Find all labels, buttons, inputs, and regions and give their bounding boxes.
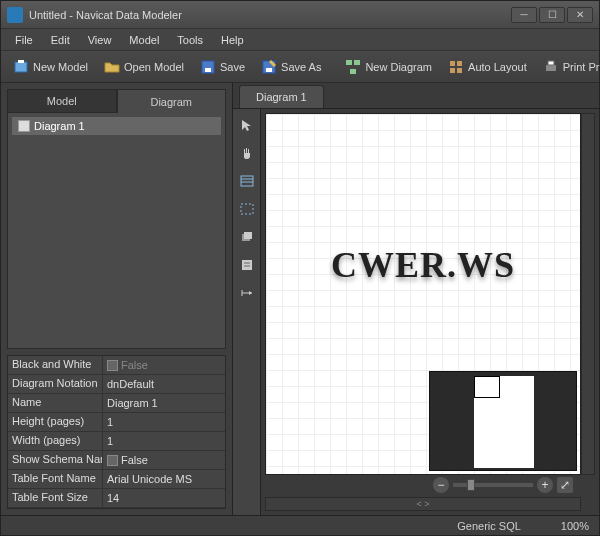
document-area: CWER.WS − + ⤢ < > — [233, 109, 599, 515]
prop-row[interactable]: Table Font Size 14 — [8, 489, 225, 508]
property-grid: Black and White False Diagram Notation d… — [7, 355, 226, 509]
print-preview-button[interactable]: Print Preview — [537, 56, 600, 78]
relation-tool[interactable] — [237, 283, 257, 303]
prop-row[interactable]: Height (pages) 1 — [8, 413, 225, 432]
tree-item-diagram1[interactable]: Diagram 1 — [12, 117, 221, 135]
open-model-button[interactable]: Open Model — [98, 56, 190, 78]
watermark-text: CWER.WS — [331, 244, 515, 286]
open-model-label: Open Model — [124, 61, 184, 73]
titlebar: Untitled - Navicat Data Modeler ─ ☐ ✕ — [1, 1, 599, 29]
save-icon — [200, 59, 216, 75]
prop-row[interactable]: Diagram Notation dnDefault — [8, 375, 225, 394]
tab-diagram[interactable]: Diagram — [117, 89, 227, 113]
doc-tab-diagram1[interactable]: Diagram 1 — [239, 85, 324, 108]
zoom-slider[interactable] — [453, 483, 533, 487]
svg-rect-7 — [354, 60, 360, 65]
prop-value[interactable]: 14 — [103, 489, 225, 507]
prop-row[interactable]: Width (pages) 1 — [8, 432, 225, 451]
prop-row[interactable]: Show Schema Name False — [8, 451, 225, 470]
svg-rect-11 — [450, 68, 455, 73]
close-button[interactable]: ✕ — [567, 7, 593, 23]
prop-key: Black and White — [8, 356, 103, 374]
prop-value[interactable]: Arial Unicode MS — [103, 470, 225, 488]
layout-icon — [448, 59, 464, 75]
prop-key: Show Schema Name — [8, 451, 103, 469]
save-as-label: Save As — [281, 61, 321, 73]
new-model-button[interactable]: New Model — [7, 56, 94, 78]
prop-key: Table Font Size — [8, 489, 103, 507]
table-tool[interactable] — [237, 171, 257, 191]
prop-key: Name — [8, 394, 103, 412]
menu-view[interactable]: View — [80, 31, 120, 49]
folder-icon — [104, 59, 120, 75]
menu-file[interactable]: File — [7, 31, 41, 49]
pointer-tool[interactable] — [237, 115, 257, 135]
menu-edit[interactable]: Edit — [43, 31, 78, 49]
window-title: Untitled - Navicat Data Modeler — [29, 9, 511, 21]
prop-value[interactable]: 1 — [103, 413, 225, 431]
svg-rect-14 — [548, 61, 554, 65]
prop-key: Diagram Notation — [8, 375, 103, 393]
maximize-button[interactable]: ☐ — [539, 7, 565, 23]
left-tabs: Model Diagram — [7, 89, 226, 113]
prop-value[interactable]: Diagram 1 — [103, 394, 225, 412]
prop-value[interactable]: 1 — [103, 432, 225, 450]
save-button[interactable]: Save — [194, 56, 251, 78]
zoom-in-button[interactable]: + — [537, 477, 553, 493]
save-as-button[interactable]: Save As — [255, 56, 327, 78]
svg-rect-22 — [244, 232, 252, 239]
svg-rect-1 — [18, 60, 24, 63]
new-diagram-button[interactable]: New Diagram — [339, 56, 438, 78]
statusbar: Generic SQL 100% — [1, 515, 599, 535]
horizontal-scrollbar[interactable]: < > — [265, 497, 581, 511]
new-model-icon — [13, 59, 29, 75]
svg-rect-3 — [205, 68, 211, 72]
auto-layout-label: Auto Layout — [468, 61, 527, 73]
prop-value[interactable]: dnDefault — [103, 375, 225, 393]
right-panel: Diagram 1 CWER.WS — [233, 83, 599, 515]
minimize-button[interactable]: ─ — [511, 7, 537, 23]
prop-value[interactable]: False — [103, 356, 225, 374]
app-window: Untitled - Navicat Data Modeler ─ ☐ ✕ Fi… — [0, 0, 600, 536]
status-zoom: 100% — [561, 520, 589, 532]
prop-row[interactable]: Table Font Name Arial Unicode MS — [8, 470, 225, 489]
svg-rect-6 — [346, 60, 352, 65]
print-preview-label: Print Preview — [563, 61, 600, 73]
diagram-icon — [345, 59, 361, 75]
checkbox-icon[interactable] — [107, 455, 118, 466]
vertical-scrollbar[interactable] — [581, 113, 595, 475]
svg-rect-8 — [350, 69, 356, 74]
auto-layout-button[interactable]: Auto Layout — [442, 56, 533, 78]
window-controls: ─ ☐ ✕ — [511, 7, 593, 23]
svg-rect-0 — [15, 62, 27, 72]
minimap[interactable] — [429, 371, 577, 471]
note-tool[interactable] — [237, 255, 257, 275]
svg-rect-10 — [457, 61, 462, 66]
menu-help[interactable]: Help — [213, 31, 252, 49]
checkbox-icon[interactable] — [107, 360, 118, 371]
print-icon — [543, 59, 559, 75]
zoom-thumb[interactable] — [467, 479, 475, 491]
tree-item-label: Diagram 1 — [34, 120, 85, 132]
diagram-item-icon — [18, 120, 30, 132]
layer-tool[interactable] — [237, 227, 257, 247]
new-diagram-label: New Diagram — [365, 61, 432, 73]
hand-tool[interactable] — [237, 143, 257, 163]
view-tool[interactable] — [237, 199, 257, 219]
zoom-out-button[interactable]: − — [433, 477, 449, 493]
prop-row[interactable]: Black and White False — [8, 356, 225, 375]
prop-key: Width (pages) — [8, 432, 103, 450]
menubar: File Edit View Model Tools Help — [1, 29, 599, 51]
left-panel: Model Diagram Diagram 1 Black and White … — [1, 83, 233, 515]
zoom-fit-button[interactable]: ⤢ — [557, 477, 573, 493]
minimap-viewport[interactable] — [474, 376, 500, 398]
tab-model[interactable]: Model — [7, 89, 117, 113]
prop-row[interactable]: Name Diagram 1 — [8, 394, 225, 413]
menu-tools[interactable]: Tools — [169, 31, 211, 49]
prop-key: Height (pages) — [8, 413, 103, 431]
prop-value[interactable]: False — [103, 451, 225, 469]
document-tabs: Diagram 1 — [233, 83, 599, 109]
save-label: Save — [220, 61, 245, 73]
menu-model[interactable]: Model — [121, 31, 167, 49]
svg-rect-13 — [546, 65, 556, 71]
